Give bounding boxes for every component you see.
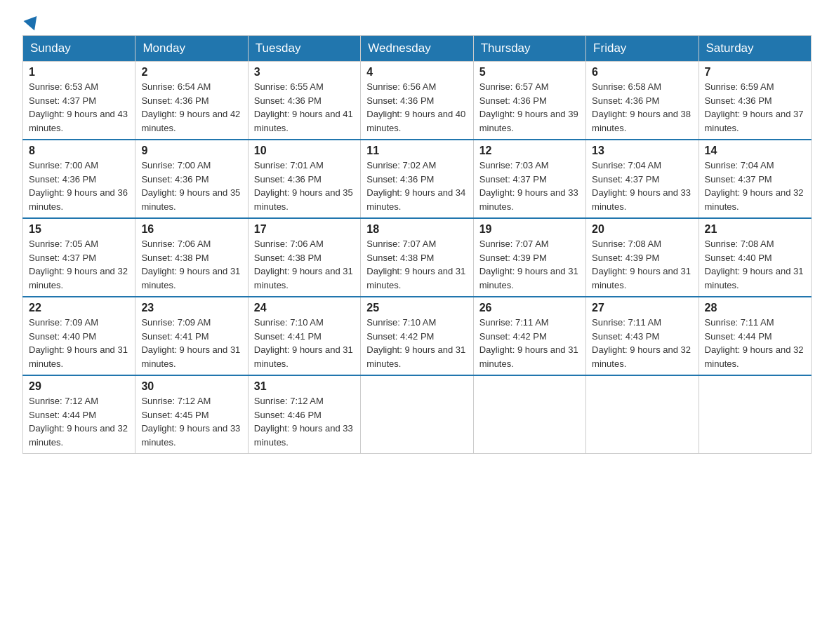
day-number: 16 (141, 223, 241, 236)
day-number: 25 (366, 302, 467, 314)
calendar-cell: 14 Sunrise: 7:04 AMSunset: 4:37 PMDaylig… (699, 140, 811, 218)
calendar-cell: 9 Sunrise: 7:00 AMSunset: 4:36 PMDayligh… (135, 140, 248, 218)
day-info: Sunrise: 7:03 AMSunset: 4:37 PMDaylight:… (479, 159, 580, 213)
calendar-cell (473, 375, 585, 454)
day-info: Sunrise: 7:11 AMSunset: 4:42 PMDaylight:… (479, 316, 580, 370)
calendar-cell: 21 Sunrise: 7:08 AMSunset: 4:40 PMDaylig… (699, 218, 811, 297)
calendar-cell: 16 Sunrise: 7:06 AMSunset: 4:38 PMDaylig… (135, 218, 248, 297)
calendar-cell: 27 Sunrise: 7:11 AMSunset: 4:43 PMDaylig… (586, 297, 699, 375)
day-number: 30 (141, 380, 241, 393)
day-info: Sunrise: 7:12 AMSunset: 4:45 PMDaylight:… (141, 394, 241, 449)
day-info: Sunrise: 6:56 AMSunset: 4:36 PMDaylight:… (366, 80, 467, 135)
calendar-cell: 30 Sunrise: 7:12 AMSunset: 4:45 PMDaylig… (135, 375, 248, 454)
day-number: 9 (141, 145, 241, 157)
calendar-cell: 22 Sunrise: 7:09 AMSunset: 4:40 PMDaylig… (23, 297, 135, 375)
day-info: Sunrise: 7:10 AMSunset: 4:41 PMDaylight:… (254, 316, 355, 370)
day-number: 12 (479, 145, 580, 157)
day-number: 2 (141, 66, 241, 79)
day-info: Sunrise: 6:58 AMSunset: 4:36 PMDaylight:… (592, 80, 692, 135)
day-info: Sunrise: 7:09 AMSunset: 4:41 PMDaylight:… (141, 316, 241, 370)
day-info: Sunrise: 7:12 AMSunset: 4:46 PMDaylight:… (254, 394, 355, 449)
calendar-cell: 20 Sunrise: 7:08 AMSunset: 4:39 PMDaylig… (586, 218, 699, 297)
calendar-cell: 26 Sunrise: 7:11 AMSunset: 4:42 PMDaylig… (473, 297, 585, 375)
day-info: Sunrise: 7:12 AMSunset: 4:44 PMDaylight:… (29, 394, 129, 449)
calendar-cell: 11 Sunrise: 7:02 AMSunset: 4:36 PMDaylig… (361, 140, 473, 218)
day-info: Sunrise: 7:10 AMSunset: 4:42 PMDaylight:… (366, 316, 467, 370)
calendar-cell: 10 Sunrise: 7:01 AMSunset: 4:36 PMDaylig… (248, 140, 360, 218)
day-number: 10 (254, 145, 355, 157)
calendar-cell: 3 Sunrise: 6:55 AMSunset: 4:36 PMDayligh… (248, 62, 360, 140)
calendar-cell: 28 Sunrise: 7:11 AMSunset: 4:44 PMDaylig… (699, 297, 811, 375)
calendar-cell: 29 Sunrise: 7:12 AMSunset: 4:44 PMDaylig… (23, 375, 135, 454)
week-row-2: 8 Sunrise: 7:00 AMSunset: 4:36 PMDayligh… (23, 140, 812, 218)
day-info: Sunrise: 7:00 AMSunset: 4:36 PMDaylight:… (29, 159, 129, 213)
day-number: 26 (479, 302, 580, 314)
calendar-cell (361, 375, 473, 454)
calendar-header-row: SundayMondayTuesdayWednesdayThursdayFrid… (23, 36, 812, 62)
week-row-1: 1 Sunrise: 6:53 AMSunset: 4:37 PMDayligh… (23, 62, 812, 140)
day-info: Sunrise: 7:05 AMSunset: 4:37 PMDaylight:… (29, 237, 129, 292)
calendar-cell: 8 Sunrise: 7:00 AMSunset: 4:36 PMDayligh… (23, 140, 135, 218)
day-number: 6 (592, 66, 692, 79)
day-number: 22 (29, 302, 129, 314)
day-info: Sunrise: 7:11 AMSunset: 4:44 PMDaylight:… (705, 316, 805, 370)
calendar-cell: 2 Sunrise: 6:54 AMSunset: 4:36 PMDayligh… (135, 62, 248, 140)
day-number: 21 (705, 223, 805, 236)
day-number: 20 (592, 223, 692, 236)
calendar-cell: 15 Sunrise: 7:05 AMSunset: 4:37 PMDaylig… (23, 218, 135, 297)
day-info: Sunrise: 7:11 AMSunset: 4:43 PMDaylight:… (592, 316, 692, 370)
day-info: Sunrise: 6:59 AMSunset: 4:36 PMDaylight:… (705, 80, 805, 135)
calendar-cell: 13 Sunrise: 7:04 AMSunset: 4:37 PMDaylig… (586, 140, 699, 218)
calendar-cell: 24 Sunrise: 7:10 AMSunset: 4:41 PMDaylig… (248, 297, 360, 375)
day-number: 23 (141, 302, 241, 314)
col-header-monday: Monday (135, 36, 248, 62)
page-header (22, 17, 812, 28)
calendar-cell (699, 375, 811, 454)
day-info: Sunrise: 7:04 AMSunset: 4:37 PMDaylight:… (705, 159, 805, 213)
day-number: 15 (29, 223, 129, 236)
col-header-thursday: Thursday (473, 36, 585, 62)
col-header-tuesday: Tuesday (248, 36, 360, 62)
day-number: 31 (254, 380, 355, 393)
day-info: Sunrise: 7:06 AMSunset: 4:38 PMDaylight:… (141, 237, 241, 292)
col-header-sunday: Sunday (23, 36, 135, 62)
logo-arrow-icon (24, 16, 41, 33)
calendar-cell: 19 Sunrise: 7:07 AMSunset: 4:39 PMDaylig… (473, 218, 585, 297)
calendar-cell (586, 375, 699, 454)
day-info: Sunrise: 7:02 AMSunset: 4:36 PMDaylight:… (366, 159, 467, 213)
day-number: 5 (479, 66, 580, 79)
day-number: 7 (705, 66, 805, 79)
day-number: 18 (366, 223, 467, 236)
day-info: Sunrise: 7:07 AMSunset: 4:39 PMDaylight:… (479, 237, 580, 292)
calendar-cell: 23 Sunrise: 7:09 AMSunset: 4:41 PMDaylig… (135, 297, 248, 375)
day-info: Sunrise: 6:54 AMSunset: 4:36 PMDaylight:… (141, 80, 241, 135)
day-number: 29 (29, 380, 129, 393)
calendar-cell: 1 Sunrise: 6:53 AMSunset: 4:37 PMDayligh… (23, 62, 135, 140)
day-number: 28 (705, 302, 805, 314)
calendar-cell: 7 Sunrise: 6:59 AMSunset: 4:36 PMDayligh… (699, 62, 811, 140)
day-info: Sunrise: 7:08 AMSunset: 4:40 PMDaylight:… (705, 237, 805, 292)
logo (22, 17, 39, 28)
day-info: Sunrise: 7:04 AMSunset: 4:37 PMDaylight:… (592, 159, 692, 213)
day-number: 27 (592, 302, 692, 314)
day-number: 14 (705, 145, 805, 157)
day-number: 1 (29, 66, 129, 79)
day-info: Sunrise: 7:01 AMSunset: 4:36 PMDaylight:… (254, 159, 355, 213)
day-number: 24 (254, 302, 355, 314)
col-header-saturday: Saturday (699, 36, 811, 62)
day-number: 3 (254, 66, 355, 79)
day-info: Sunrise: 6:55 AMSunset: 4:36 PMDaylight:… (254, 80, 355, 135)
week-row-3: 15 Sunrise: 7:05 AMSunset: 4:37 PMDaylig… (23, 218, 812, 297)
day-number: 4 (366, 66, 467, 79)
calendar-table: SundayMondayTuesdayWednesdayThursdayFrid… (22, 35, 812, 454)
day-number: 17 (254, 223, 355, 236)
col-header-wednesday: Wednesday (361, 36, 473, 62)
calendar-cell: 12 Sunrise: 7:03 AMSunset: 4:37 PMDaylig… (473, 140, 585, 218)
day-info: Sunrise: 7:09 AMSunset: 4:40 PMDaylight:… (29, 316, 129, 370)
day-number: 8 (29, 145, 129, 157)
day-info: Sunrise: 7:06 AMSunset: 4:38 PMDaylight:… (254, 237, 355, 292)
calendar-cell: 5 Sunrise: 6:57 AMSunset: 4:36 PMDayligh… (473, 62, 585, 140)
calendar-cell: 4 Sunrise: 6:56 AMSunset: 4:36 PMDayligh… (361, 62, 473, 140)
day-number: 19 (479, 223, 580, 236)
day-info: Sunrise: 6:53 AMSunset: 4:37 PMDaylight:… (29, 80, 129, 135)
